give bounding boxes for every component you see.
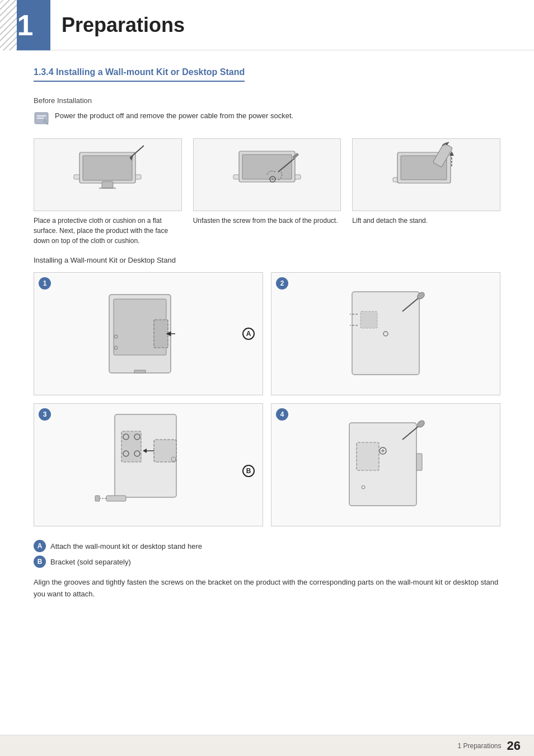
- svg-rect-60: [357, 442, 379, 470]
- footer-section-label: 1 Preparations: [457, 742, 501, 750]
- legend-text-b: Bracket (sold separately): [50, 558, 131, 566]
- svg-rect-7: [102, 181, 113, 188]
- svg-rect-29: [154, 320, 168, 348]
- step-caption-2: Unfasten the screw from the back of the …: [193, 216, 341, 226]
- install-grid: 1 A: [34, 272, 500, 526]
- legend-list: A Attach the wall-mount kit or desktop s…: [34, 540, 500, 568]
- install-cell-4: 4: [271, 403, 500, 526]
- section-heading: 1.3.4 Installing a Wall-mount Kit or Des…: [34, 67, 245, 82]
- install-cell-3: 3: [34, 403, 263, 526]
- svg-rect-42: [121, 431, 141, 462]
- step-img-3: [352, 138, 500, 211]
- step-badge-2: 2: [276, 277, 288, 290]
- section-number: 1.3.4: [34, 67, 54, 77]
- footer-page-number: 26: [507, 739, 521, 753]
- step-img-2: [193, 138, 341, 211]
- svg-rect-50: [106, 496, 126, 501]
- legend-circle-a: A: [34, 540, 46, 552]
- stripe-decoration: [0, 0, 17, 50]
- letter-badge-a: A: [242, 328, 255, 340]
- legend-item-b: B Bracket (sold separately): [34, 556, 500, 568]
- svg-rect-35: [360, 311, 377, 328]
- svg-rect-28: [134, 370, 146, 373]
- svg-rect-47: [154, 440, 176, 462]
- step-caption-3: Lift and detach the stand.: [352, 216, 500, 226]
- step-badge-3: 3: [39, 408, 51, 421]
- align-text: Align the grooves and tightly fasten the…: [34, 577, 500, 600]
- before-install-label: Before Installation: [34, 96, 500, 105]
- page-header: 1 Preparations: [0, 0, 534, 50]
- step-block-1: Place a protective cloth or cushion on a…: [34, 138, 182, 246]
- subsection-label: Installing a Wall-mount Kit or Desktop S…: [34, 256, 500, 264]
- chapter-number: 1: [17, 11, 34, 40]
- svg-rect-6: [83, 156, 132, 180]
- step-images-row: Place a protective cloth or cushion on a…: [34, 138, 500, 246]
- svg-rect-62: [416, 454, 422, 470]
- note-icon: [34, 111, 49, 127]
- install-cell-1: 1 A: [34, 272, 263, 395]
- step-badge-1: 1: [39, 277, 51, 290]
- note-block: Power the product off and remove the pow…: [34, 110, 500, 127]
- step-img-1: [34, 138, 182, 211]
- section-title: Installing a Wall-mount Kit or Desktop S…: [56, 67, 245, 77]
- svg-rect-52: [95, 496, 100, 501]
- legend-circle-b: B: [34, 556, 46, 568]
- page-footer: 1 Preparations 26: [0, 735, 534, 756]
- svg-rect-34: [352, 292, 419, 375]
- step-badge-4: 4: [276, 408, 288, 421]
- legend-item-a: A Attach the wall-mount kit or desktop s…: [34, 540, 500, 552]
- main-content: 1.3.4 Installing a Wall-mount Kit or Des…: [0, 50, 534, 640]
- svg-point-15: [271, 178, 274, 180]
- note-text: Power the product off and remove the pow…: [55, 110, 293, 122]
- letter-badge-b: B: [242, 465, 255, 477]
- step-caption-1: Place a protective cloth or cushion on a…: [34, 216, 182, 246]
- svg-line-9: [130, 146, 144, 158]
- page-title: Preparations: [62, 13, 185, 37]
- step-block-2: Unfasten the screw from the back of the …: [193, 138, 341, 226]
- install-cell-2: 2: [271, 272, 500, 395]
- legend-text-a: Attach the wall-mount kit or desktop sta…: [50, 542, 202, 550]
- step-block-3: Lift and detach the stand.: [352, 138, 500, 226]
